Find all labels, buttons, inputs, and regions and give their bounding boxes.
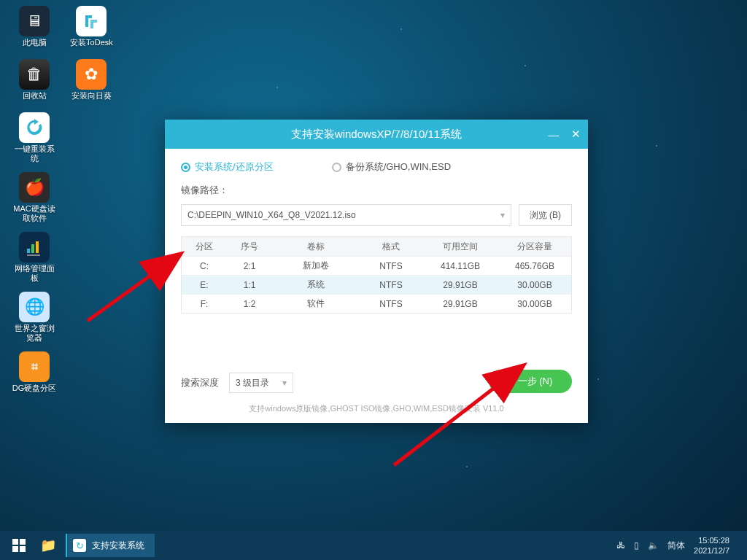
partition-table: 分区 序号 卷标 格式 可用空间 分区容量 C:2:1新加卷NTFS414.11…: [181, 236, 572, 314]
installer-window: 支持安装windowsXP/7/8/10/11系统 — ✕ 安装系统/还原分区 …: [165, 120, 588, 423]
tray-ime[interactable]: 简体: [667, 540, 685, 552]
chevron-down-icon: ▾: [500, 210, 505, 220]
globe-icon: 🌐: [19, 292, 50, 322]
svg-rect-7: [20, 539, 26, 545]
table-row[interactable]: C:2:1新加卷NTFS414.11GB465.76GB: [182, 256, 571, 275]
image-path-dropdown[interactable]: C:\DEEPIN_WIN10_X64_Q8_V2021.12.iso ▾: [181, 204, 511, 226]
sunflower-icon: ✿: [76, 59, 107, 90]
desktop-icon-mac-hd[interactable]: 🍎MAC硬盘读取软件: [12, 172, 57, 223]
radio-selected-icon: [181, 163, 190, 172]
tray-volume-icon[interactable]: 🔈: [648, 540, 659, 551]
minimize-button[interactable]: —: [547, 128, 560, 141]
desktop-icon-browser[interactable]: 🌐世界之窗浏览器: [12, 292, 57, 343]
table-header-row: 分区 序号 卷标 格式 可用空间 分区容量: [182, 237, 571, 256]
search-depth-select[interactable]: 3 级目录 ▾: [229, 373, 293, 393]
taskbar-explorer[interactable]: 📁: [34, 531, 63, 560]
apple-icon: 🍎: [19, 172, 50, 203]
image-path-label: 镜像路径：: [181, 184, 572, 197]
desktop-icon-sunflower[interactable]: ✿安装向日葵: [69, 59, 114, 101]
installer-app-icon: ↻: [73, 539, 86, 552]
svg-rect-8: [12, 546, 18, 552]
tray-battery-icon[interactable]: ▯: [634, 540, 639, 551]
taskbar: 📁 ↻ 支持安装系统 🖧 ▯ 🔈 简体 15:05:28 2021/12/7: [0, 531, 747, 560]
svg-rect-2: [36, 241, 39, 253]
image-path-value: C:\DEEPIN_WIN10_X64_Q8_V2021.12.iso: [187, 210, 356, 220]
system-tray: 🖧 ▯ 🔈 简体 15:05:28 2021/12/7: [616, 535, 743, 556]
desktop-icon-recycle[interactable]: 🗑回收站: [12, 59, 57, 101]
windows-logo-icon: [12, 539, 26, 552]
desktop-icons: 🖥此电脑 安装ToDesk 🗑回收站 ✿安装向日葵 一键重装系统 🍎MAC硬盘读…: [7, 3, 124, 402]
close-button[interactable]: ✕: [569, 128, 582, 141]
network-panel-icon: [19, 232, 50, 262]
footnote: 支持windows原版镜像,GHOST ISO镜像,GHO,WIM,ESD镜像安…: [181, 403, 572, 414]
option-backup[interactable]: 备份系统/GHO,WIN,ESD: [332, 160, 451, 174]
next-button[interactable]: 下一步 (N): [489, 370, 572, 393]
table-row[interactable]: F:1:2软件NTFS29.91GB30.00GB: [182, 294, 571, 313]
svg-rect-9: [20, 546, 26, 552]
search-depth-label: 搜索深度: [181, 376, 219, 389]
svg-rect-3: [27, 254, 40, 256]
desktop-icon-this-pc[interactable]: 🖥此电脑: [12, 6, 57, 47]
option-install-restore[interactable]: 安装系统/还原分区: [181, 160, 274, 174]
todesk-icon: [76, 6, 107, 36]
desktop-icon-dg[interactable]: ⌗DG硬盘分区: [12, 351, 57, 393]
desktop-icon-todesk[interactable]: 安装ToDesk: [69, 6, 114, 47]
desktop-icon-netpanel[interactable]: 网络管理面板: [12, 232, 57, 283]
taskbar-app-installer[interactable]: ↻ 支持安装系统: [66, 534, 155, 557]
pc-icon: 🖥: [19, 6, 50, 36]
svg-rect-6: [12, 539, 18, 545]
table-row[interactable]: E:1:1系统NTFS29.91GB30.00GB: [182, 275, 571, 294]
tray-network-icon[interactable]: 🖧: [616, 540, 625, 551]
dg-icon: ⌗: [19, 351, 50, 382]
svg-rect-1: [31, 244, 34, 253]
svg-rect-0: [27, 249, 30, 253]
radio-unselected-icon: [332, 163, 341, 172]
browse-button[interactable]: 浏览 (B): [519, 204, 572, 226]
folder-icon: 📁: [40, 537, 56, 553]
reinstall-icon: [19, 112, 50, 143]
trash-icon: 🗑: [19, 59, 50, 90]
start-button[interactable]: [4, 531, 34, 560]
tray-clock[interactable]: 15:05:28 2021/12/7: [694, 535, 729, 556]
titlebar[interactable]: 支持安装windowsXP/7/8/10/11系统 — ✕: [165, 120, 588, 149]
window-title: 支持安装windowsXP/7/8/10/11系统: [291, 128, 462, 141]
desktop-icon-reinstall[interactable]: 一键重装系统: [12, 112, 57, 163]
chevron-down-icon: ▾: [282, 378, 287, 388]
